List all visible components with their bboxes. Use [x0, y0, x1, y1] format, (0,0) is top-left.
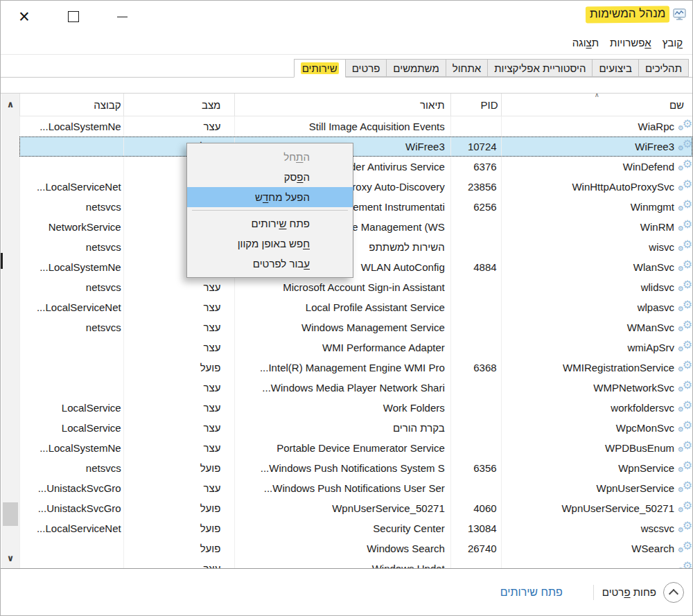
- cell-name: ⚙⚙WpnService: [501, 458, 692, 478]
- cell-name: ⚙⚙WPDBusEnum: [501, 438, 692, 458]
- context-item-go-to-details[interactable]: עבור לפרטים: [187, 254, 353, 274]
- service-row-WlanSvc[interactable]: ⚙⚙WlanSvc4884WLAN AutoConfigLocalSystemN…: [19, 257, 692, 277]
- service-row-wlpasvc[interactable]: ⚙⚙wlpasvcLocal Profile Assistant Service…: [19, 297, 692, 317]
- cell-group: LocalSystemNe...: [19, 257, 123, 277]
- cell-group: [19, 538, 123, 558]
- cell-group: LocalSystemNe...: [19, 438, 123, 458]
- tab-performance[interactable]: ביצועים: [592, 59, 638, 77]
- context-item-restart[interactable]: הפעל מחדש: [187, 187, 353, 207]
- service-row-WMIRegistrationService[interactable]: ⚙⚙WMIRegistrationService6368Intel(R) Man…: [19, 358, 692, 378]
- service-row-wisvc[interactable]: ⚙⚙wisvcהשירות למשתתפnetsvcs: [19, 237, 692, 257]
- bottom-bar: פחות פרטים פתח שירותים: [1, 569, 692, 615]
- menu-separator: [192, 210, 348, 211]
- fewer-details-toggle[interactable]: [663, 582, 684, 603]
- service-row-WMPNetworkSvc[interactable]: ⚙⚙WMPNetworkSvcWindows Media Player Netw…: [19, 378, 692, 398]
- window-title: מנהל המשימות: [585, 6, 669, 24]
- cell-name: ⚙⚙wmiApSrv: [501, 337, 692, 358]
- tab-services[interactable]: שירותים: [294, 59, 346, 78]
- menu-options[interactable]: אפשרויות: [604, 34, 657, 51]
- vertical-scrollbar[interactable]: ∧ ∨: [1, 94, 19, 568]
- open-services-link[interactable]: פתח שירותים: [500, 586, 563, 599]
- service-row-WinDefend[interactable]: ⚙⚙WinDefend6376Microsoft Defender Antivi…: [19, 157, 692, 177]
- service-row-WinRM[interactable]: ⚙⚙WinRMWindows Remote Management (WS...N…: [19, 217, 692, 237]
- scrollbar-thumb[interactable]: [3, 502, 18, 526]
- service-row-WinHttpAutoProxySvc[interactable]: ⚙⚙WinHttpAutoProxySvc23856WinHTTP Web Pr…: [19, 177, 692, 197]
- cell-status: עצר: [123, 398, 235, 418]
- chevron-up-icon: ∧: [7, 99, 15, 109]
- service-row-WpnService[interactable]: ⚙⚙WpnService6356Windows Push Notificatio…: [19, 458, 692, 478]
- tab-users[interactable]: משתמשים: [386, 59, 446, 77]
- cell-pid: 13084: [450, 518, 501, 538]
- cell-name: ⚙⚙workfoldersvc: [501, 398, 692, 418]
- tab-details[interactable]: פרטים: [345, 59, 387, 77]
- tab-strip: תהליכיםביצועיםהיסטוריית אפליקציותאתחולמש…: [1, 59, 692, 78]
- column-label: תיאור: [420, 99, 445, 111]
- cell-desc: Work Folders: [234, 398, 450, 418]
- tab-startup[interactable]: אתחול: [446, 59, 489, 77]
- cell-pid: 23856: [450, 177, 501, 197]
- service-row-WPDBusEnum[interactable]: ⚙⚙WPDBusEnumPortable Device Enumerator S…: [19, 438, 692, 458]
- chevron-up-circle-icon: [669, 588, 678, 598]
- service-row-WSearch[interactable]: ⚙⚙WSearch26740Windows Searchפועל: [19, 538, 692, 558]
- service-row-WpcMonSvc[interactable]: ⚙⚙WpcMonSvcבקרת הוריםעצרLocalService: [19, 418, 692, 438]
- cell-status: עצר: [123, 277, 235, 297]
- service-row-wscsvc[interactable]: ⚙⚙wscsvc13084Security CenterפועלLocalSer…: [19, 518, 692, 538]
- column-header-status[interactable]: מצב: [123, 94, 235, 116]
- service-row-WiFree3[interactable]: ⚙⚙WiFree310724WiFree3פועל: [19, 137, 692, 157]
- cell-pid: [450, 337, 501, 358]
- cell-pid: 4884: [450, 257, 501, 277]
- service-row-Winmgmt[interactable]: ⚙⚙Winmgmt6256Windows Management Instrume…: [19, 197, 692, 217]
- menu-bar: קובץאפשרויותתצוגה: [1, 31, 692, 55]
- context-item-open-services[interactable]: פתח שירותים: [187, 213, 353, 234]
- minimize-button[interactable]: [112, 7, 132, 26]
- cell-pid: [450, 277, 501, 297]
- service-row-WpnUserService[interactable]: ⚙⚙WpnUserServiceWindows Push Notificatio…: [19, 478, 692, 498]
- cell-name: ⚙⚙WinRM: [501, 217, 692, 237]
- cell-group: netsvcs: [19, 277, 123, 297]
- edge-artifact: [1, 253, 3, 269]
- service-row-WiaRpc[interactable]: ⚙⚙WiaRpcStill Image Acquisition Eventsעצ…: [19, 116, 692, 137]
- cell-desc: WpnUserService_50271: [234, 498, 450, 518]
- cell-desc: Security Center: [234, 518, 450, 538]
- cell-desc: Windows Push Notifications User Ser...: [234, 478, 450, 498]
- context-item-stop[interactable]: הפסק: [187, 167, 353, 187]
- cell-pid: [450, 116, 501, 137]
- column-header-desc[interactable]: תיאור: [234, 94, 450, 116]
- cell-desc: WMI Performance Adapter: [234, 337, 450, 358]
- tab-processes[interactable]: תהליכים: [638, 59, 689, 77]
- column-header-group[interactable]: קבוצה: [19, 94, 123, 116]
- cell-group: [19, 558, 123, 568]
- service-row-WpnUserService_50271[interactable]: ⚙⚙WpnUserService_502714060WpnUserService…: [19, 498, 692, 518]
- close-button[interactable]: ×: [15, 7, 34, 26]
- fewer-details-label[interactable]: פחות פרטים: [602, 586, 656, 598]
- service-row-wlidsvc[interactable]: ⚙⚙wlidsvcMicrosoft Account Sign-in Assis…: [19, 277, 692, 297]
- context-item-start[interactable]: התחל: [187, 147, 353, 167]
- column-label: קבוצה: [94, 99, 121, 111]
- service-row-partial[interactable]: ⚙⚙Windows Updatעצר: [19, 558, 692, 568]
- service-row-workfoldersvc[interactable]: ⚙⚙workfoldersvcWork FoldersעצרLocalServi…: [19, 398, 692, 418]
- cell-status: עצר: [123, 438, 235, 458]
- menu-file[interactable]: קובץ: [657, 34, 688, 51]
- scroll-up-button[interactable]: ∧: [1, 95, 19, 113]
- tab-app-history[interactable]: היסטוריית אפליקציות: [487, 59, 593, 77]
- service-row-WManSvc[interactable]: ⚙⚙WManSvcWindows Management Serviceעצרne…: [19, 317, 692, 337]
- cell-name: ⚙⚙wscsvc: [501, 518, 692, 538]
- cell-pid: [450, 478, 501, 498]
- column-header-name[interactable]: שם∧: [501, 94, 692, 116]
- cell-name: ⚙⚙WSearch: [501, 538, 692, 558]
- column-header-pid[interactable]: PID: [450, 94, 501, 116]
- menu-view[interactable]: תצוגה: [567, 34, 604, 51]
- service-gear-icon: ⚙⚙: [676, 401, 692, 415]
- scroll-down-button[interactable]: ∨: [1, 549, 19, 567]
- task-manager-window: × מנהל המשימות קובץאפשרויותתצוגה תהליכים…: [0, 0, 693, 616]
- context-item-search-online[interactable]: חפש באופן מקוון: [187, 234, 353, 254]
- cell-status: עצר: [123, 478, 235, 498]
- cell-desc: Windows Updat: [234, 558, 450, 568]
- cell-pid: [450, 237, 501, 257]
- cell-name: ⚙⚙WlanSvc: [501, 257, 692, 277]
- table-content: שם∧PIDתיאורמצבקבוצה ⚙⚙WiaRpcStill Image …: [19, 94, 692, 568]
- cell-status: עצר: [123, 558, 235, 568]
- service-row-wmiApSrv[interactable]: ⚙⚙wmiApSrvWMI Performance Adapterעצר: [19, 337, 692, 358]
- maximize-button[interactable]: [64, 7, 83, 26]
- cell-desc: Portable Device Enumerator Service: [234, 438, 450, 458]
